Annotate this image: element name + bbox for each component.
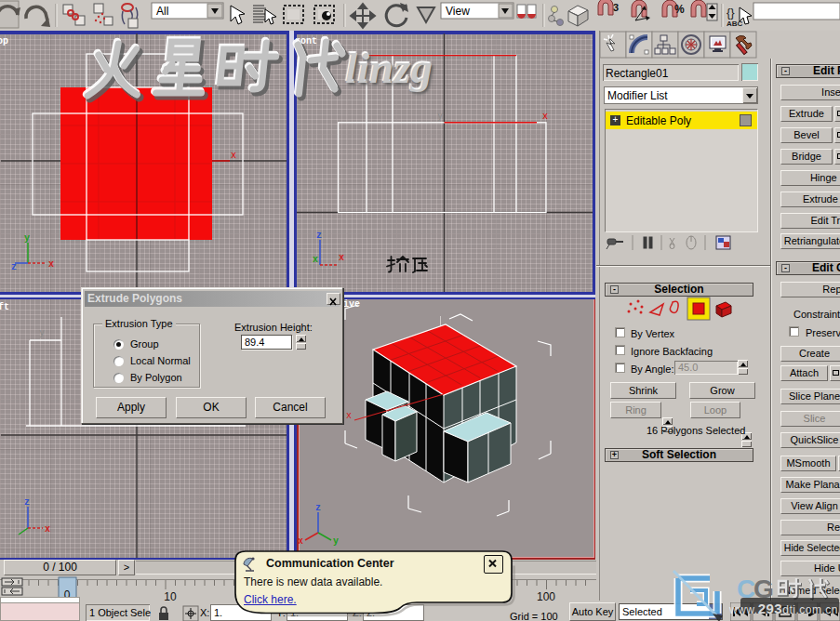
svg-text:x: x (48, 259, 54, 270)
svg-text:x: x (313, 255, 318, 265)
svg-text:x: x (231, 151, 236, 161)
svg-text:y: y (39, 328, 45, 338)
svg-text:x: x (542, 112, 548, 122)
svg-text:3: 3 (613, 2, 619, 13)
svg-text:10: 10 (164, 590, 177, 603)
svg-text:x: x (346, 411, 352, 421)
svg-text:z: z (316, 231, 322, 241)
svg-text:y: y (24, 233, 30, 244)
svg-text:View: View (446, 5, 470, 18)
svg-text:All: All (156, 5, 168, 18)
svg-text:x: x (298, 536, 303, 547)
svg-text:%: % (674, 3, 685, 16)
svg-text:op: op (0, 36, 8, 46)
svg-text:x: x (339, 253, 344, 263)
svg-text:ft: ft (0, 302, 9, 312)
svg-text:100: 100 (537, 590, 555, 603)
svg-text:y: y (333, 536, 339, 547)
svg-text:linzg: linzg (345, 44, 433, 92)
svg-text:{}: {} (727, 6, 735, 20)
svg-text:z: z (24, 497, 30, 508)
svg-text:x: x (45, 524, 50, 535)
svg-text:y: y (437, 112, 443, 122)
svg-text:ive: ive (343, 299, 360, 310)
svg-text:z: z (315, 503, 321, 513)
